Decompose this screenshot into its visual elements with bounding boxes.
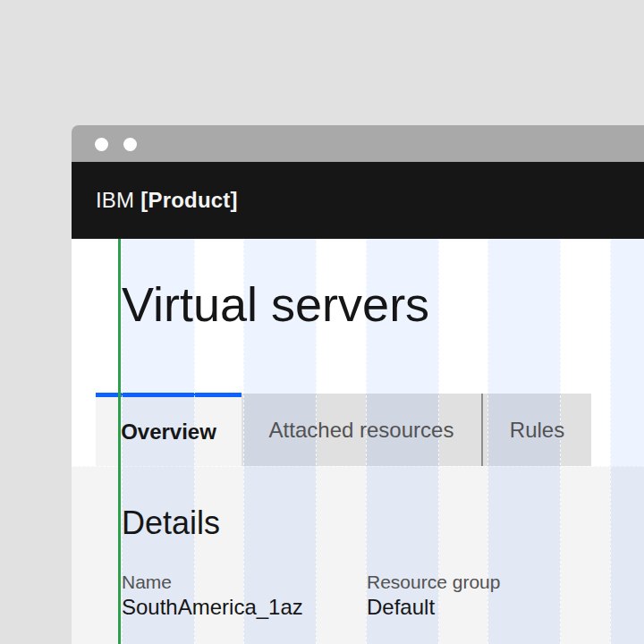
field-resource-group-label: Resource group <box>367 572 500 593</box>
tab-rules-label[interactable]: Rules <box>483 394 591 466</box>
page-title: Virtual servers <box>122 280 429 328</box>
field-name: Name SouthAmerica_1az <box>122 572 303 620</box>
window-control-dot-icon[interactable] <box>95 138 108 151</box>
app-header: IBM[Product] <box>72 162 644 239</box>
tab-overview-label[interactable]: Overview <box>96 397 242 466</box>
product-text: [Product] <box>140 188 237 212</box>
field-resource-group-value: Default <box>367 595 500 620</box>
field-name-label: Name <box>122 572 303 593</box>
window-control-dot-icon[interactable] <box>123 138 137 151</box>
brand-text: IBM <box>96 188 134 212</box>
field-resource-group: Resource group Default <box>367 572 500 620</box>
app-header-title: IBM[Product] <box>96 188 238 213</box>
tab-attached-resources-label[interactable]: Attached resources <box>242 394 481 466</box>
field-name-value: SouthAmerica_1az <box>122 595 303 620</box>
details-heading: Details <box>122 507 220 539</box>
browser-titlebar <box>72 125 644 162</box>
canvas: IBM[Product] Virtual servers Overview At… <box>0 0 644 644</box>
